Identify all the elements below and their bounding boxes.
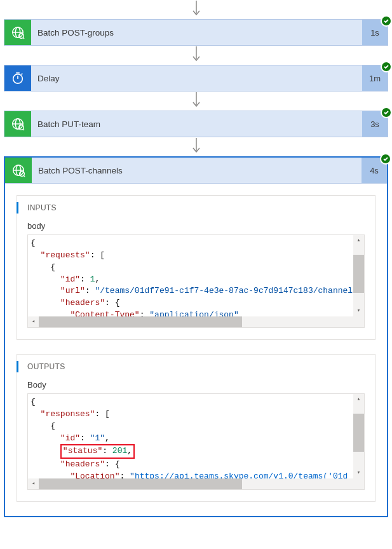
vertical-scrollbar[interactable]: ▴ ▾ bbox=[353, 235, 364, 316]
step-batch-put-team[interactable]: Batch PUT-team 3s bbox=[4, 111, 388, 137]
svg-line-16 bbox=[23, 129, 24, 130]
success-badge-icon bbox=[381, 107, 392, 118]
json-key: requests bbox=[45, 250, 84, 260]
status-highlight: "status": 201, bbox=[60, 444, 135, 459]
scroll-thumb[interactable] bbox=[39, 478, 242, 489]
json-key: url bbox=[65, 286, 80, 295]
horizontal-scrollbar[interactable]: ◂ ▸ bbox=[28, 478, 364, 489]
outputs-body-content: { "responses": [ { "id": "1", "status": … bbox=[28, 394, 364, 489]
json-key: id bbox=[65, 433, 76, 443]
success-badge-icon bbox=[380, 153, 391, 165]
svg-line-22 bbox=[24, 175, 25, 177]
flow-arrow bbox=[190, 92, 203, 111]
globe-icon bbox=[4, 20, 31, 45]
outputs-panel: OUTPUTS Body { "responses": [ { "id": "1… bbox=[17, 354, 375, 502]
svg-line-5 bbox=[23, 37, 24, 39]
step-label: Delay bbox=[31, 65, 362, 91]
inputs-body-label: body bbox=[27, 221, 365, 231]
scroll-up-icon[interactable]: ▴ bbox=[353, 235, 364, 246]
step-batch-post-channels-expanded: Batch POST-channels 4s INPUTS body { "re… bbox=[4, 156, 388, 517]
scroll-corner bbox=[353, 478, 364, 489]
step-batch-post-channels[interactable]: Batch POST-channels 4s bbox=[5, 158, 387, 184]
scroll-down-icon[interactable]: ▾ bbox=[353, 468, 364, 478]
inputs-heading: INPUTS bbox=[27, 203, 365, 212]
json-key: headers bbox=[65, 298, 100, 308]
scroll-up-icon[interactable]: ▴ bbox=[353, 394, 364, 405]
scroll-down-icon[interactable]: ▾ bbox=[353, 306, 364, 316]
success-badge-icon bbox=[381, 15, 392, 27]
step-label: Batch POST-channels bbox=[32, 158, 362, 183]
json-val: 1 bbox=[95, 433, 100, 443]
json-val: 201 bbox=[112, 446, 127, 456]
svg-line-10 bbox=[22, 74, 23, 75]
vertical-scrollbar[interactable]: ▴ ▾ bbox=[353, 394, 364, 478]
scroll-left-icon[interactable]: ◂ bbox=[28, 316, 39, 327]
json-key: responses bbox=[45, 409, 90, 419]
inputs-panel: INPUTS body { "requests": [ { "id": 1, "… bbox=[17, 195, 375, 340]
scroll-thumb[interactable] bbox=[353, 255, 364, 293]
outputs-heading: OUTPUTS bbox=[27, 362, 365, 371]
scroll-thumb[interactable] bbox=[39, 316, 242, 327]
horizontal-scrollbar[interactable]: ◂ ▸ bbox=[28, 316, 364, 327]
scroll-left-icon[interactable]: ◂ bbox=[28, 478, 39, 489]
svg-point-7 bbox=[13, 74, 23, 84]
json-val: /teams/01df7e91-c1f7-4e3e-87ac-9c7d9147c… bbox=[100, 286, 353, 295]
inputs-body-codebox[interactable]: { "requests": [ { "id": 1, "url": "/team… bbox=[27, 234, 365, 328]
globe-icon bbox=[5, 158, 32, 183]
scroll-corner bbox=[353, 316, 364, 327]
step-label: Batch POST-groups bbox=[31, 20, 362, 45]
json-key: status bbox=[68, 446, 98, 456]
timer-icon bbox=[4, 65, 31, 91]
outputs-body-codebox[interactable]: { "responses": [ { "id": "1", "status": … bbox=[27, 393, 365, 490]
inputs-body-content: { "requests": [ { "id": 1, "url": "/team… bbox=[28, 235, 364, 327]
flow-arrow bbox=[190, 137, 203, 156]
success-badge-icon bbox=[381, 61, 392, 72]
globe-icon bbox=[4, 111, 31, 137]
json-key: headers bbox=[65, 459, 100, 469]
step-batch-post-groups[interactable]: Batch POST-groups 1s bbox=[4, 19, 388, 46]
step-label: Batch PUT-team bbox=[31, 111, 362, 137]
step-delay[interactable]: Delay 1m bbox=[4, 65, 388, 92]
scroll-thumb[interactable] bbox=[353, 414, 364, 452]
json-key: id bbox=[65, 274, 76, 284]
outputs-body-label: Body bbox=[27, 380, 365, 390]
flow-arrow bbox=[190, 46, 203, 65]
flow-arrow bbox=[190, 0, 203, 19]
